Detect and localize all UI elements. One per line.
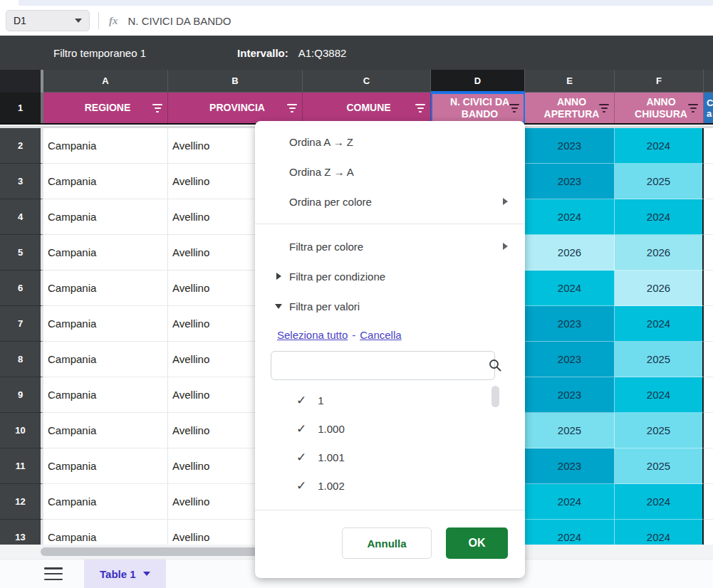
column-header-f[interactable]: F — [615, 70, 704, 93]
expand-collapsed-icon[interactable] — [276, 273, 281, 280]
row-number[interactable]: 9 — [0, 377, 43, 413]
cell-g[interactable] — [704, 164, 713, 199]
cell-anno-chiusura[interactable]: 2024 — [615, 199, 704, 235]
cell-anno-chiusura[interactable]: 2024 — [615, 128, 704, 164]
filter-value-item[interactable]: ✓ 1 — [255, 386, 525, 414]
header-cell-n-civici-da-bando[interactable]: N. CIVICI DA BANDO — [431, 93, 525, 123]
cell-anno-chiusura[interactable]: 2025 — [615, 448, 704, 484]
column-header-e[interactable]: E — [525, 70, 615, 93]
row-number[interactable]: 13 — [0, 520, 43, 545]
cell-regione[interactable]: Campania — [43, 413, 168, 448]
row-number[interactable]: 4 — [0, 199, 43, 235]
menu-item-filter-by-condition[interactable]: Filtra per condizione — [255, 261, 525, 291]
column-header-a[interactable]: A — [43, 70, 168, 93]
name-box-caret-icon[interactable] — [75, 19, 82, 23]
row-number-1[interactable]: 1 — [0, 93, 43, 123]
cell-anno-chiusura[interactable]: 2026 — [615, 235, 704, 271]
row-number[interactable]: 5 — [0, 235, 43, 271]
row-number[interactable]: 6 — [0, 271, 43, 306]
menu-item-filter-by-values[interactable]: Filtra per valori — [255, 291, 525, 321]
values-scrollbar-thumb[interactable] — [491, 386, 499, 407]
header-cell-comune[interactable]: COMUNE — [303, 93, 431, 123]
menu-item-sort-by-color[interactable]: Ordina per colore — [255, 187, 525, 216]
cell-anno-apertura[interactable]: 2024 — [525, 199, 615, 235]
cell-regione[interactable]: Campania — [43, 199, 168, 235]
cell-regione[interactable]: Campania — [43, 271, 168, 306]
filter-icon[interactable] — [415, 104, 426, 112]
header-cell-anno-apertura[interactable]: ANNO APERTURA — [525, 93, 615, 123]
cell-g[interactable] — [704, 413, 713, 448]
cell-regione[interactable]: Campania — [43, 128, 168, 164]
filter-icon[interactable] — [286, 104, 298, 112]
filter-value-item[interactable]: ✓ 1.002 — [255, 471, 525, 500]
filter-value-item[interactable]: ✓ 1.000 — [255, 414, 525, 443]
cell-g[interactable] — [704, 520, 713, 545]
sheet-tab-caret-icon[interactable] — [143, 572, 150, 576]
cell-anno-apertura[interactable]: 2025 — [525, 413, 615, 448]
cell-g[interactable] — [704, 199, 713, 235]
header-cell-anno-chiusura[interactable]: ANNO CHIUSURA — [615, 93, 704, 123]
clear-link[interactable]: Cancella — [360, 329, 401, 341]
all-sheets-menu-icon[interactable] — [44, 567, 63, 580]
cell-g[interactable] — [704, 377, 713, 413]
row-number[interactable]: 2 — [0, 128, 43, 164]
cell-anno-chiusura[interactable]: 2025 — [615, 164, 704, 199]
header-cell-regione[interactable]: REGIONE — [43, 93, 168, 123]
filter-icon[interactable] — [152, 104, 163, 112]
cell-anno-chiusura[interactable]: 2024 — [615, 520, 704, 545]
cell-anno-chiusura[interactable]: 2025 — [615, 342, 704, 377]
cell-anno-apertura[interactable]: 2024 — [525, 271, 615, 306]
row-number[interactable]: 7 — [0, 306, 43, 342]
cell-anno-chiusura[interactable]: 2024 — [615, 484, 704, 520]
filter-icon[interactable] — [687, 104, 699, 112]
cell-regione[interactable]: Campania — [43, 342, 168, 377]
cell-anno-apertura[interactable]: 2023 — [525, 377, 615, 413]
cell-anno-chiusura[interactable]: 2025 — [615, 413, 704, 448]
column-header-c[interactable]: C — [303, 70, 431, 93]
header-cell-provincia[interactable]: PROVINCIA — [168, 93, 303, 123]
cell-anno-apertura[interactable]: 2023 — [525, 448, 615, 484]
cell-anno-apertura[interactable]: 2023 — [525, 306, 615, 342]
column-header-d[interactable]: D — [431, 70, 525, 93]
cell-anno-chiusura[interactable]: 2024 — [615, 377, 704, 413]
cell-g[interactable] — [704, 271, 713, 306]
cell-anno-apertura[interactable]: 2024 — [525, 484, 615, 520]
cell-regione[interactable]: Campania — [43, 377, 168, 413]
formula-input[interactable]: N. CIVICI DA BANDO — [128, 15, 231, 27]
cell-anno-apertura[interactable]: 2023 — [525, 164, 615, 199]
menu-item-sort-az[interactable]: Ordina A → Z — [255, 127, 525, 157]
cell-regione[interactable]: Campania — [43, 448, 168, 484]
cell-anno-apertura[interactable]: 2023 — [525, 128, 615, 164]
cell-g[interactable] — [704, 235, 713, 271]
cell-regione[interactable]: Campania — [43, 164, 168, 199]
cell-regione[interactable]: Campania — [43, 520, 168, 545]
filter-icon-active[interactable] — [509, 104, 520, 112]
cell-regione[interactable]: Campania — [43, 306, 168, 342]
value-search-input[interactable] — [271, 351, 495, 380]
name-box[interactable]: D1 — [6, 10, 90, 31]
row-number[interactable]: 12 — [0, 484, 43, 520]
header-cell-g-partial[interactable]: C a — [704, 93, 713, 123]
sheet-tab-table-1[interactable]: Table 1 — [84, 560, 166, 588]
cell-anno-apertura[interactable]: 2026 — [525, 235, 615, 271]
range-value[interactable]: A1:Q3882 — [298, 47, 347, 59]
cell-g[interactable] — [704, 342, 713, 377]
cell-g[interactable] — [704, 448, 713, 484]
filter-icon[interactable] — [598, 104, 610, 112]
menu-item-filter-by-color[interactable]: Filtra per colore — [255, 231, 525, 261]
select-all-corner[interactable] — [0, 70, 43, 93]
select-all-link[interactable]: Seleziona tutto — [277, 329, 348, 341]
cell-g[interactable] — [704, 484, 713, 520]
expand-expanded-icon[interactable] — [275, 304, 282, 309]
cell-anno-apertura[interactable]: 2024 — [525, 520, 615, 545]
cell-g[interactable] — [704, 306, 713, 342]
row-number[interactable]: 11 — [0, 448, 43, 484]
column-header-b[interactable]: B — [168, 70, 303, 93]
row-number[interactable]: 10 — [0, 413, 43, 448]
cancel-button[interactable]: Annulla — [342, 527, 432, 559]
ok-button[interactable]: OK — [446, 527, 508, 559]
cell-regione[interactable]: Campania — [43, 484, 168, 520]
column-header-g[interactable] — [704, 70, 713, 93]
row-number[interactable]: 8 — [0, 342, 43, 377]
cell-regione[interactable]: Campania — [43, 235, 168, 271]
